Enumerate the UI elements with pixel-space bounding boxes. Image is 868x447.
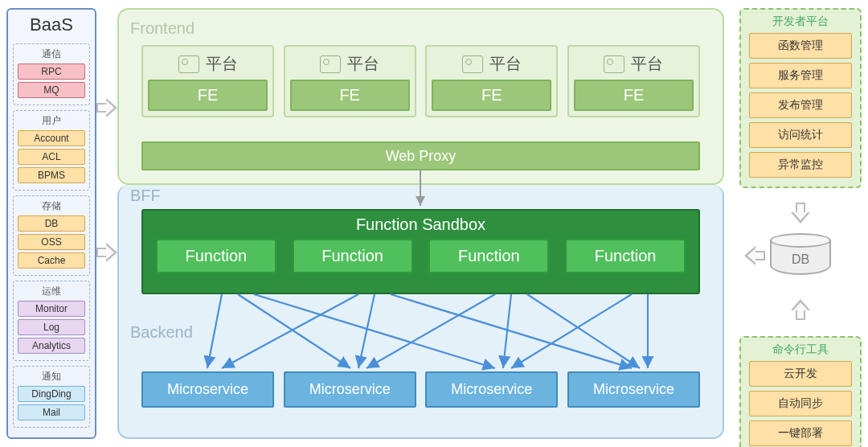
baas-group: 通知DingDingMail xyxy=(13,366,90,428)
dev-item: 异常监控 xyxy=(749,152,852,178)
baas-item: Cache xyxy=(18,252,85,269)
cli-title: 命令行工具 xyxy=(746,342,855,357)
frontend-label: Frontend xyxy=(130,19,194,38)
arrow-up-icon xyxy=(791,299,810,320)
devplat-title: 开发者平台 xyxy=(746,14,855,29)
baas-item: BPMS xyxy=(18,167,85,183)
baas-group-title: 存储 xyxy=(16,199,87,213)
baas-group: 运维MonitorLogAnalytics xyxy=(13,281,90,361)
baas-item: OSS xyxy=(18,234,85,250)
baas-group-title: 运维 xyxy=(16,285,87,298)
dev-item: 函数管理 xyxy=(749,33,852,59)
browser-icon xyxy=(320,55,341,73)
frontend-section: Frontend 平台FE平台FE平台FE平台FE Web Proxy xyxy=(117,8,724,185)
developer-platform-panel: 开发者平台 函数管理服务管理发布管理访问统计异常监控 xyxy=(739,8,862,188)
microservice-box: Microservice xyxy=(567,371,700,408)
platform-name: 平台 xyxy=(206,53,238,75)
function-box: Function xyxy=(565,239,686,273)
dev-item: 服务管理 xyxy=(749,63,852,88)
web-proxy-box: Web Proxy xyxy=(141,141,700,170)
db-label: DB xyxy=(770,252,831,267)
microservice-row: MicroserviceMicroserviceMicroserviceMicr… xyxy=(141,371,700,408)
baas-item: Mail xyxy=(18,404,85,420)
baas-group-title: 用户 xyxy=(16,114,87,128)
baas-item: MQ xyxy=(18,82,85,98)
function-row: FunctionFunctionFunctionFunction xyxy=(148,239,694,273)
platform-box: 平台FE xyxy=(141,45,274,117)
baas-group: 通信RPCMQ xyxy=(13,43,90,105)
browser-icon xyxy=(178,55,199,73)
arrow-down-icon xyxy=(791,203,810,224)
db-cylinder: DB xyxy=(770,233,831,281)
dev-item: 发布管理 xyxy=(749,92,852,118)
platform-row: 平台FE平台FE平台FE平台FE xyxy=(141,45,700,117)
baas-panel: BaaS 通信RPCMQ用户AccountACLBPMS存储DBOSSCache… xyxy=(6,8,96,439)
cli-item: 一键部署 xyxy=(749,420,852,446)
fe-box: FE xyxy=(148,80,268,111)
baas-item: DingDing xyxy=(18,386,85,402)
baas-group-title: 通信 xyxy=(16,47,87,61)
baas-title: BaaS xyxy=(8,10,95,40)
bff-label: BFF xyxy=(130,187,161,205)
dev-item: 访问统计 xyxy=(749,122,852,148)
browser-icon xyxy=(604,55,624,73)
fe-box: FE xyxy=(290,80,410,111)
browser-icon xyxy=(462,55,483,73)
fe-box: FE xyxy=(432,80,551,111)
baas-item: Log xyxy=(18,319,85,335)
baas-group: 用户AccountACLBPMS xyxy=(13,110,90,191)
baas-item: RPC xyxy=(18,64,85,80)
platform-box: 平台FE xyxy=(284,45,416,117)
microservice-box: Microservice xyxy=(141,371,274,408)
fe-box: FE xyxy=(574,80,694,111)
main-area: Frontend 平台FE平台FE平台FE平台FE Web Proxy BFF … xyxy=(117,8,724,439)
cli-item: 云开发 xyxy=(749,361,852,387)
microservice-box: Microservice xyxy=(425,371,558,408)
function-sandbox: Function Sandbox FunctionFunctionFunctio… xyxy=(141,209,700,294)
function-box: Function xyxy=(156,239,276,273)
backend-label: Backend xyxy=(130,323,193,342)
microservice-box: Microservice xyxy=(284,371,416,408)
baas-item: DB xyxy=(18,215,85,232)
baas-item: Monitor xyxy=(18,301,85,317)
platform-name: 平台 xyxy=(347,53,379,75)
baas-group: 存储DBOSSCache xyxy=(13,195,90,276)
platform-box: 平台FE xyxy=(567,45,700,117)
platform-name: 平台 xyxy=(489,53,522,75)
arrow-icon xyxy=(96,243,117,262)
sandbox-title: Function Sandbox xyxy=(148,215,694,234)
cli-item: 自动同步 xyxy=(749,391,852,416)
function-box: Function xyxy=(293,239,413,273)
cli-tools-panel: 命令行工具 云开发自动同步一键部署 xyxy=(739,336,862,447)
arrow-left-icon xyxy=(744,246,765,265)
platform-name: 平台 xyxy=(631,53,663,75)
platform-box: 平台FE xyxy=(425,45,558,117)
baas-item: Analytics xyxy=(18,338,85,354)
arrow-icon xyxy=(96,98,117,117)
baas-item: ACL xyxy=(18,149,85,165)
baas-item: Account xyxy=(18,130,85,146)
baas-group-title: 通知 xyxy=(16,370,87,383)
bff-section: BFF Function Sandbox FunctionFunctionFun… xyxy=(117,185,724,439)
function-box: Function xyxy=(428,239,549,273)
